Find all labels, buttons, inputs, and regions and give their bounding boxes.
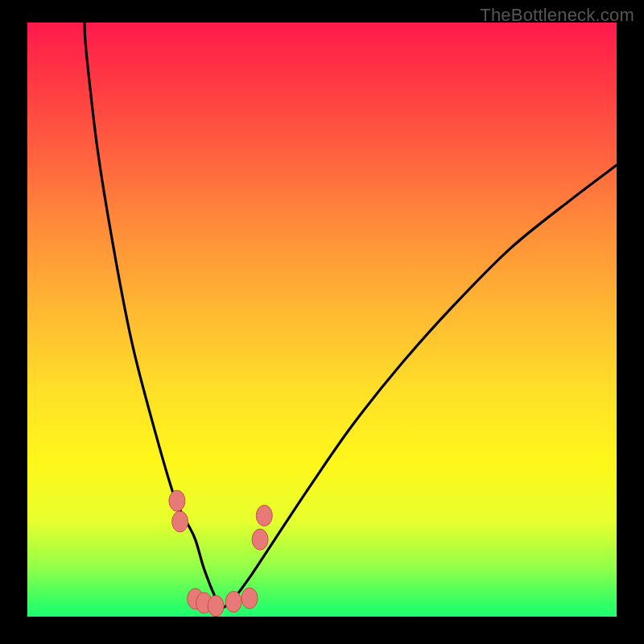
marker-dot bbox=[256, 506, 272, 526]
chart-svg bbox=[27, 23, 617, 617]
chart-frame: TheBottleneck.com bbox=[0, 0, 644, 644]
marker-dot bbox=[242, 588, 258, 609]
plot-area bbox=[27, 23, 617, 617]
watermark-text: TheBottleneck.com bbox=[480, 5, 634, 26]
marker-dot bbox=[208, 596, 224, 617]
marker-group bbox=[169, 490, 272, 617]
marker-dot bbox=[252, 529, 268, 550]
marker-dot bbox=[172, 511, 188, 532]
marker-dot bbox=[169, 490, 185, 511]
marker-dot bbox=[225, 592, 242, 613]
bottleneck-curve bbox=[85, 23, 617, 608]
